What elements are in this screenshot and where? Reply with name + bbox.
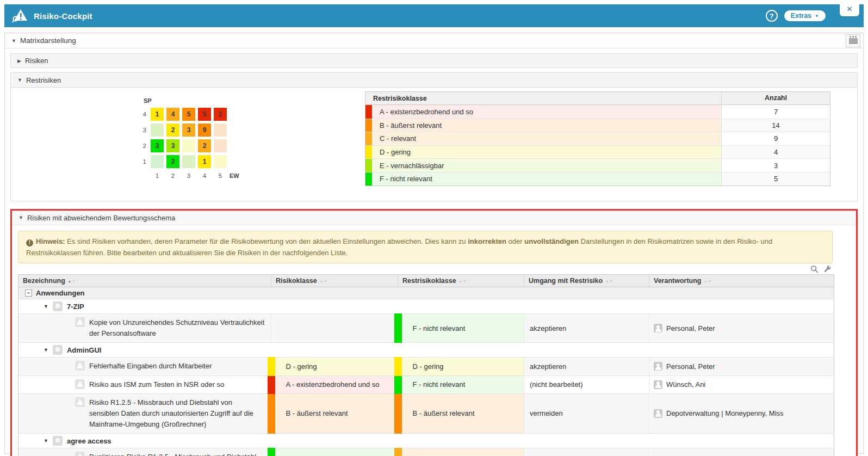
handling-cell: (nicht bearbeitet) bbox=[524, 375, 649, 393]
matrix-row-label: 4 bbox=[143, 111, 148, 118]
restrisikoklasse-table-header: Restrisikoklasse Anzahl bbox=[365, 92, 830, 105]
subgroup-row-inner: ▼7-ZIP bbox=[23, 301, 829, 311]
subgroup-row[interactable]: ▼AdminGUI bbox=[18, 343, 834, 358]
collapse-minus-icon[interactable]: − bbox=[25, 289, 32, 297]
schema-header[interactable]: ▼ Risiken mit abweichendem Bewertungssch… bbox=[12, 211, 856, 225]
class-color-bar bbox=[365, 172, 372, 186]
close-button[interactable]: ✕ bbox=[840, 1, 859, 16]
matrix-cell[interactable] bbox=[182, 139, 195, 152]
risk-row[interactable]: Risiko R1.2.5 - Missbrauch und Diebstahl… bbox=[18, 393, 834, 433]
column-header-verantwortung[interactable]: Verantwortung▲▼ bbox=[649, 275, 834, 287]
sort-arrows-icon: ▲▼ bbox=[320, 279, 328, 283]
matrix-cell[interactable]: 5 bbox=[198, 108, 211, 121]
risiken-header[interactable]: ▶ Risiken bbox=[10, 53, 858, 68]
matrix-col-label: 5 bbox=[219, 171, 222, 179]
matrix-cell[interactable] bbox=[182, 155, 195, 168]
exclamation-circle-icon: ! bbox=[26, 239, 33, 247]
subgroup-row[interactable]: ▼7-ZIP bbox=[18, 299, 834, 314]
risk-class-label: F - nicht relevant bbox=[413, 324, 466, 332]
column-header-risikoklasse[interactable]: Risikoklasse▲▼ bbox=[271, 275, 398, 287]
subgroup-row-inner: ▼agree access bbox=[23, 436, 829, 446]
search-icon[interactable] bbox=[810, 265, 819, 273]
summary-row[interactable]: B - äußerst relevant14 bbox=[365, 119, 830, 132]
summary-row[interactable]: C - relevant9 bbox=[365, 132, 830, 145]
group-label: Anwendungen bbox=[36, 289, 85, 297]
risk-row[interactable]: Fehlerhafte Eingaben durch MitarbeiterD … bbox=[18, 358, 834, 375]
risk-row[interactable]: Duplizieren Risiko R1.2.5 - Missbrauch u… bbox=[18, 448, 834, 456]
matrixdarstellung-header[interactable]: ▼ Matrixdarstellung bbox=[5, 33, 863, 48]
summary-row[interactable]: F - nicht relevant5 bbox=[365, 172, 830, 186]
matrix-cell[interactable] bbox=[151, 124, 164, 137]
matrix-cell[interactable] bbox=[214, 155, 227, 168]
extras-button[interactable]: Extras ▼ bbox=[784, 10, 826, 21]
matrix-cell[interactable]: 3 bbox=[182, 124, 195, 137]
group-row[interactable]: −Anwendungen bbox=[18, 287, 834, 299]
matrix-cell[interactable] bbox=[214, 139, 227, 152]
matrix-cell[interactable]: 2 bbox=[214, 108, 227, 121]
summary-count: 4 bbox=[721, 146, 830, 159]
matrix-cell[interactable] bbox=[214, 124, 227, 137]
handling-cell: vermeiden bbox=[524, 448, 649, 456]
summary-count: 5 bbox=[721, 172, 830, 186]
matrix-cell[interactable]: 3 bbox=[151, 139, 164, 152]
handling-cell: akzeptieren bbox=[524, 314, 649, 343]
summary-row[interactable]: A - existenzbedrohend und so7 bbox=[365, 105, 830, 119]
risk-name-cell: Kopie von Unzureichendes Schutzniveau Ve… bbox=[18, 314, 271, 343]
responsible-cell: Personal, Peter bbox=[649, 358, 834, 375]
schema-panel: ▼ Risiken mit abweichendem Bewertungssch… bbox=[10, 209, 858, 456]
sort-asc-icon: ▲ bbox=[459, 279, 463, 283]
collapse-triangle-icon[interactable]: ▼ bbox=[44, 347, 48, 353]
matrix-cell[interactable]: 2 bbox=[166, 155, 179, 168]
risks-table: Bezeichnung▲▼Risikoklasse▲▼Restrisikokla… bbox=[18, 274, 834, 456]
matrix-cell[interactable]: 2 bbox=[198, 139, 211, 152]
risk-name-text: Risiko R1.2.5 - Missbrauch und Diebstahl… bbox=[89, 398, 253, 428]
matrixdarstellung-panel: ▼ Matrixdarstellung ▶ Risiken ▼ Restrisi… bbox=[4, 33, 864, 454]
risk-class-label: B - äußerst relevant bbox=[286, 409, 348, 417]
column-header-umgang-mit-restrisiko[interactable]: Umgang mit Restrisiko▲▼ bbox=[524, 275, 649, 287]
matrix-row-label: 1 bbox=[143, 158, 148, 165]
class-color-bar bbox=[365, 105, 372, 119]
group-row-inner: −Anwendungen bbox=[25, 289, 829, 297]
risk-class-cell: D - gering bbox=[398, 358, 524, 375]
help-button[interactable]: ? bbox=[766, 10, 778, 22]
sort-desc-icon: ▼ bbox=[708, 279, 712, 283]
subgroup-row[interactable]: ▼agree access bbox=[18, 434, 834, 448]
column-header-bezeichnung[interactable]: Bezeichnung▲▼ bbox=[18, 275, 271, 287]
collapse-triangle-icon[interactable]: ▼ bbox=[44, 438, 48, 443]
responsible-cell: Wünsch, Ani bbox=[649, 375, 834, 393]
risk-row[interactable]: Kopie von Unzureichendes Schutzniveau Ve… bbox=[18, 314, 834, 343]
responsible-name: Personal, Peter bbox=[666, 324, 715, 332]
matrix-cell[interactable]: 4 bbox=[166, 108, 179, 121]
summary-class-label: B - äußerst relevant bbox=[372, 119, 721, 132]
responsible-person: Depotverwaltung | Moneypenny, Miss bbox=[654, 409, 829, 418]
matrix-cell[interactable]: 1 bbox=[151, 108, 164, 121]
risk-class-label: A - existenzbedrohend und so bbox=[286, 380, 380, 389]
matrix-cell[interactable]: 9 bbox=[198, 124, 211, 137]
collapse-triangle-icon[interactable]: ▼ bbox=[44, 304, 48, 309]
wrench-icon[interactable] bbox=[823, 265, 832, 273]
matrix-cell[interactable] bbox=[151, 155, 164, 168]
risk-row[interactable]: Risiko aus ISM zum Testen in NSR oder so… bbox=[18, 375, 834, 393]
matrix-cell[interactable]: 5 bbox=[182, 108, 195, 121]
column-header-restrisikoklasse[interactable]: Restrisikoklasse▲▼ bbox=[398, 275, 524, 287]
subgroup-row-inner: ▼AdminGUI bbox=[23, 345, 829, 355]
matrix-cell[interactable]: 3 bbox=[166, 139, 179, 152]
restrisiken-header[interactable]: ▼ Restrisiken bbox=[11, 73, 857, 88]
matrix-cell[interactable]: 1 bbox=[198, 155, 211, 168]
summary-row[interactable]: D - gering4 bbox=[365, 145, 830, 159]
sort-desc-icon: ▼ bbox=[324, 279, 327, 283]
window-view-button[interactable] bbox=[846, 34, 860, 47]
summary-class-label: E - vernachlässigbar bbox=[372, 159, 721, 172]
risk-name: Risiko aus ISM zum Testen in NSR oder so bbox=[23, 379, 263, 390]
class-color-bar bbox=[365, 132, 372, 145]
matrix-cell[interactable]: 2 bbox=[166, 124, 179, 137]
matrixdarstellung-title: Matrixdarstellung bbox=[20, 36, 76, 45]
restrisiken-panel: ▼ Restrisiken SP 4145523239233212112345E… bbox=[10, 72, 858, 201]
sort-asc-icon: ▲ bbox=[605, 279, 609, 283]
risk-name-cell: Risiko R1.2.5 - Missbrauch und Diebstahl… bbox=[18, 393, 271, 433]
risk-class-cell: D - gering bbox=[271, 358, 398, 375]
summary-row[interactable]: E - vernachlässigbar3 bbox=[365, 158, 830, 172]
risk-class-label: F - nicht relevant bbox=[413, 380, 466, 389]
expand-triangle-icon: ▶ bbox=[17, 58, 21, 64]
subgroup-label: AdminGUI bbox=[67, 346, 102, 354]
